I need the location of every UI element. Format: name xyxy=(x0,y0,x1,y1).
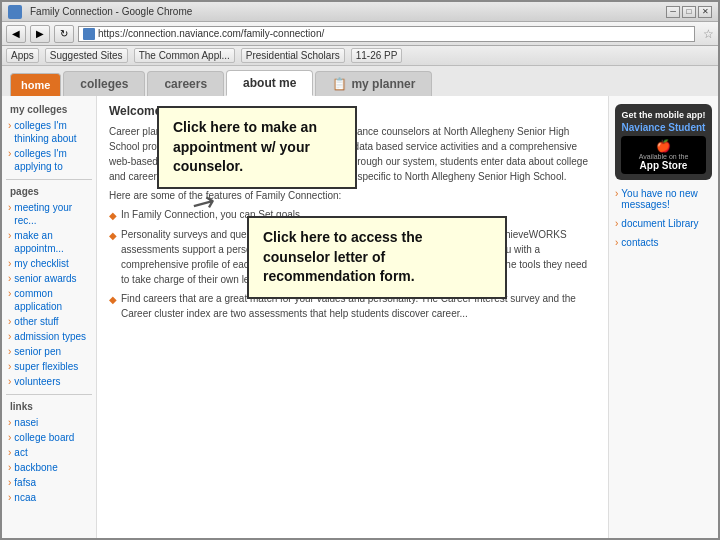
links-title: links xyxy=(6,401,92,412)
sidebar-link-ncaa[interactable]: ncaa xyxy=(6,491,92,504)
sidebar-link-make-appt[interactable]: make an appointm... xyxy=(6,229,92,255)
refresh-button[interactable]: ↻ xyxy=(54,25,74,43)
sidebar-link-act[interactable]: act xyxy=(6,446,92,459)
favicon-icon xyxy=(8,5,22,19)
right-link-document-library[interactable]: document Library xyxy=(615,218,712,229)
sidebar-link-meeting-rec[interactable]: meeting your rec... xyxy=(6,201,92,227)
maximize-button[interactable]: □ xyxy=(682,6,696,18)
bookmark-suggested[interactable]: Suggested Sites xyxy=(45,48,128,63)
right-link-contacts[interactable]: contacts xyxy=(615,237,712,248)
tooltip-counselor-letter: Click here to access the counselor lette… xyxy=(247,216,507,299)
browser-toolbar: ◀ ▶ ↻ https://connection.naviance.com/fa… xyxy=(2,22,718,46)
sidebar-link-super-flexibles[interactable]: super flexibles xyxy=(6,360,92,373)
common-app-label: The Common Appl... xyxy=(139,50,230,61)
sidebar-link-admission-types[interactable]: admission types xyxy=(6,330,92,343)
pages-title: pages xyxy=(6,186,92,197)
bookmark-star-icon[interactable]: ☆ xyxy=(703,27,714,41)
title-bar: Family Connection - Google Chrome ─ □ ✕ xyxy=(2,2,718,22)
bookmarks-bar: Apps Suggested Sites The Common Appl... … xyxy=(2,46,718,66)
careers-label: careers xyxy=(164,77,207,91)
right-link-messages[interactable]: You have no new messages! xyxy=(615,188,712,210)
suggested-label: Suggested Sites xyxy=(50,50,123,61)
tab-content-area: Welcome Parents! Career planning is a li… xyxy=(97,96,608,538)
sidebar-link-common-app[interactable]: common application xyxy=(6,287,92,313)
about-me-label: about me xyxy=(243,76,296,90)
bookmark-common-app[interactable]: The Common Appl... xyxy=(134,48,235,63)
tooltip-make-appointment: Click here to make an appointment w/ you… xyxy=(157,106,357,189)
doc-library-text: document Library xyxy=(621,218,698,229)
home-label: home xyxy=(21,79,50,91)
tab-colleges[interactable]: colleges xyxy=(63,71,145,96)
sidebar-link-senior-awards[interactable]: senior awards xyxy=(6,272,92,285)
sidebar-link-other-stuff[interactable]: other stuff xyxy=(6,315,92,328)
colleges-label: colleges xyxy=(80,77,128,91)
tooltip-2-text: Click here to access the counselor lette… xyxy=(263,229,423,284)
naviance-text: Naviance Student xyxy=(621,122,706,133)
apple-icon: 🍎 xyxy=(626,139,701,153)
bookmark-pp[interactable]: 11-26 PP xyxy=(351,48,403,63)
main-body: my colleges colleges I'm thinking about … xyxy=(2,96,718,538)
bookmark-presidential[interactable]: Presidential Scholars xyxy=(241,48,345,63)
sidebar-link-college-board[interactable]: college board xyxy=(6,431,92,444)
main-navigation: home colleges careers about me 📋 my plan… xyxy=(2,66,718,96)
back-button[interactable]: ◀ xyxy=(6,25,26,43)
apple-app-store-button[interactable]: 🍎 Available on the App Store xyxy=(621,136,706,174)
bookmark-apps[interactable]: Apps xyxy=(6,48,39,63)
window-title: Family Connection - Google Chrome xyxy=(30,6,192,17)
bullet-icon: ◆ xyxy=(109,208,117,223)
url-text: https://connection.naviance.com/family-c… xyxy=(98,28,324,39)
favicon-small xyxy=(83,28,95,40)
sidebar-link-colleges-thinking[interactable]: colleges I'm thinking about xyxy=(6,119,92,145)
presidential-label: Presidential Scholars xyxy=(246,50,340,61)
my-colleges-title: my colleges xyxy=(6,104,92,115)
contacts-text: contacts xyxy=(621,237,658,248)
sidebar-link-senior-pen[interactable]: senior pen xyxy=(6,345,92,358)
sidebar-link-volunteers[interactable]: volunteers xyxy=(6,375,92,388)
page-content: home colleges careers about me 📋 my plan… xyxy=(2,66,718,538)
tooltip-2-arrow: ↙ xyxy=(222,323,255,333)
sidebar-link-colleges-applying[interactable]: colleges I'm applying to xyxy=(6,147,92,173)
messages-text: You have no new messages! xyxy=(621,188,712,210)
get-app-text: Get the mobile app! xyxy=(621,110,706,120)
tab-my-planner[interactable]: 📋 my planner xyxy=(315,71,432,96)
sidebar-link-nasei[interactable]: nasei xyxy=(6,416,92,429)
pp-label: 11-26 PP xyxy=(356,50,398,61)
available-text: Available on the xyxy=(626,153,701,160)
app-store-badge[interactable]: Get the mobile app! Naviance Student 🍎 A… xyxy=(615,104,712,180)
features-intro: Here are some of the features of Family … xyxy=(109,188,596,203)
browser-window: Family Connection - Google Chrome ─ □ ✕ … xyxy=(0,0,720,540)
minimize-button[interactable]: ─ xyxy=(666,6,680,18)
left-sidebar: my colleges colleges I'm thinking about … xyxy=(2,96,97,538)
sidebar-link-checklist[interactable]: my checklist xyxy=(6,257,92,270)
tab-home[interactable]: home xyxy=(10,73,61,96)
bullet-icon-2: ◆ xyxy=(109,228,117,243)
content-area: Welcome Parents! Career planning is a li… xyxy=(97,96,608,333)
tab-careers[interactable]: careers xyxy=(147,71,224,96)
tab-about-me[interactable]: about me xyxy=(226,70,313,96)
address-bar[interactable]: https://connection.naviance.com/family-c… xyxy=(78,26,695,42)
right-sidebar: Get the mobile app! Naviance Student 🍎 A… xyxy=(608,96,718,538)
forward-button[interactable]: ▶ xyxy=(30,25,50,43)
tooltip-1-text: Click here to make an appointment w/ you… xyxy=(173,119,317,174)
bullet-icon-3: ◆ xyxy=(109,292,117,307)
planner-label: my planner xyxy=(351,77,415,91)
sidebar-link-fafsa[interactable]: fafsa xyxy=(6,476,92,489)
sidebar-link-backbone[interactable]: backbone xyxy=(6,461,92,474)
planner-icon: 📋 xyxy=(332,77,347,91)
apps-label: Apps xyxy=(11,50,34,61)
app-store-text: App Store xyxy=(626,160,701,171)
close-button[interactable]: ✕ xyxy=(698,6,712,18)
